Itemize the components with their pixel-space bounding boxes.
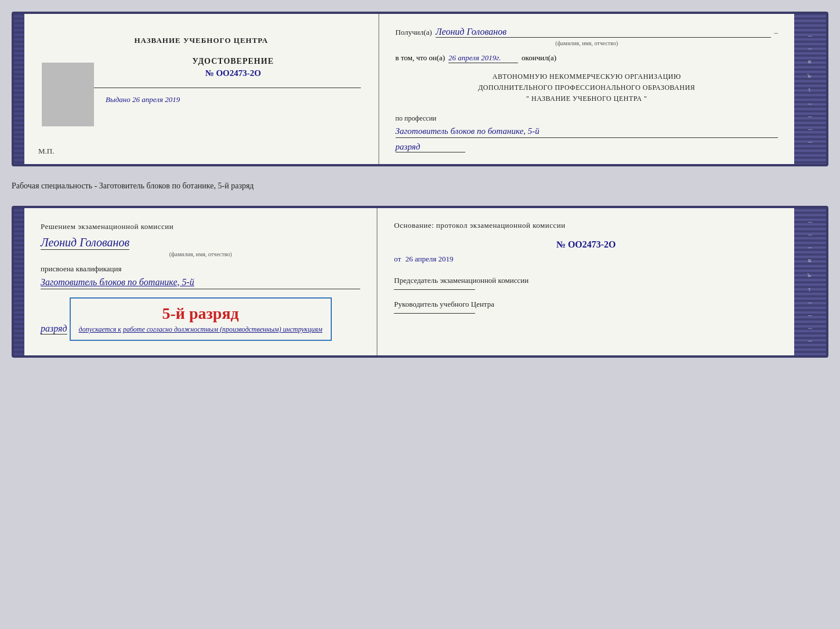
org-line2: ДОПОЛНИТЕЛЬНОГО ПРОФЕССИОНАЛЬНОГО ОБРАЗО… <box>396 82 778 93</box>
top-doc-spine <box>14 14 24 164</box>
head-label: Руководитель учебного Центра <box>394 299 778 310</box>
bedge-dash-7: – <box>808 336 812 346</box>
issued-label: Выдано <box>106 95 131 104</box>
razryad-line: разряд <box>396 141 778 152</box>
razryad-value: разряд <box>396 142 465 152</box>
cert-area: УДОСТОВЕРЕНИЕ № OO2473-2O Выдано 26 апре… <box>42 57 361 126</box>
from-date-line: от 26 апреля 2019 <box>394 254 778 264</box>
profession-label: по профессии <box>396 114 778 123</box>
edge-dash-1: – <box>808 31 812 41</box>
bottom-doc-right-panel: Основание: протокол экзаменационной коми… <box>378 208 794 355</box>
bedge-dash-2: – <box>808 230 812 239</box>
chairman-sig-line <box>394 289 475 290</box>
edge-dash-3: – <box>808 99 812 108</box>
razryad-bottom-value: разряд <box>41 323 67 335</box>
received-line: Получил(а) Леонид Голованов – <box>396 27 778 38</box>
org-line3: " НАЗВАНИЕ УЧЕБНОГО ЦЕНТРА " <box>396 93 778 104</box>
date-prefix: в том, что он(а) <box>396 53 446 63</box>
bedge-text-i: и <box>807 259 813 262</box>
decision-title: Решением экзаменационной комиссии <box>41 222 360 231</box>
stamp-rank-text: 5-й разряд <box>79 304 323 323</box>
bedge-dash-1: – <box>808 217 812 227</box>
stamp-prefix: допускается к <box>79 325 121 333</box>
edge-dash-4: – <box>808 112 812 121</box>
date-suffix: окончил(а) <box>522 53 556 63</box>
edge-dash-6: – <box>808 137 812 147</box>
bedge-text-a: ,а <box>807 273 813 277</box>
top-doc-right-panel: Получил(а) Леонид Голованов – (фамилия, … <box>379 14 794 164</box>
page-wrapper: НАЗВАНИЕ УЧЕБНОГО ЦЕНТРА УДОСТОВЕРЕНИЕ №… <box>12 12 828 358</box>
top-doc-left-panel: НАЗВАНИЕ УЧЕБНОГО ЦЕНТРА УДОСТОВЕРЕНИЕ №… <box>24 14 379 164</box>
bottom-doc-spine <box>14 208 24 355</box>
bedge-text-k: ‹- <box>807 288 813 292</box>
edge-text-k: ‹- <box>807 88 813 92</box>
bottom-doc-left-panel: Решением экзаменационной комиссии Леонид… <box>24 208 378 355</box>
edge-dash-5: – <box>808 125 812 134</box>
org-block: АВТОНОМНУЮ НЕКОММЕРЧЕСКУЮ ОРГАНИЗАЦИЮ ДО… <box>396 71 778 105</box>
chairman-block: Председатель экзаменационной комиссии <box>394 275 778 290</box>
basis-label: Основание: протокол экзаменационной коми… <box>394 221 778 230</box>
from-prefix: от <box>394 254 401 263</box>
stamp-italic: работе согласно должностным (производств… <box>123 325 323 333</box>
qual-value: Заготовитель блоков по ботанике, 5-й <box>41 276 360 289</box>
mp-label: М.П. <box>38 147 54 156</box>
photo-placeholder <box>42 63 94 126</box>
bedge-dash-6: – <box>808 323 812 333</box>
bedge-dash-3: – <box>808 243 812 252</box>
edge-text-i: и <box>807 60 813 63</box>
name-hint-top: (фамилия, имя, отчество) <box>396 40 778 46</box>
head-block: Руководитель учебного Центра <box>394 299 778 314</box>
bottom-doc-right-edge: – – – и ,а ‹- – – – – <box>794 208 826 355</box>
from-date-value: 26 апреля 2019 <box>405 254 454 263</box>
top-document-card: НАЗВАНИЕ УЧЕБНОГО ЦЕНТРА УДОСТОВЕРЕНИЕ №… <box>12 12 828 166</box>
name-hint-bottom: (фамилия, имя, отчество) <box>41 251 360 257</box>
bedge-dash-5: – <box>808 311 812 320</box>
head-sig-line <box>394 313 475 314</box>
chairman-label: Председатель экзаменационной комиссии <box>394 275 778 286</box>
stamp-allowed-text: допускается к работе согласно должностны… <box>79 325 323 334</box>
received-name: Леонид Голованов <box>436 27 771 38</box>
bedge-dash-4: – <box>808 298 812 307</box>
edge-text-a: ,а <box>807 74 813 78</box>
received-dash: – <box>774 28 779 37</box>
date-value: 26 апреля 2019г. <box>448 53 518 63</box>
person-name-large: Леонид Голованов <box>41 236 129 250</box>
issued-date: 26 апреля 2019 <box>132 95 180 104</box>
separator-text: Рабочая специальность - Заготовитель бло… <box>12 177 828 195</box>
received-prefix: Получил(а) <box>396 28 432 37</box>
org-line1: АВТОНОМНУЮ НЕКОММЕРЧЕСКУЮ ОРГАНИЗАЦИЮ <box>396 71 778 82</box>
profession-value: Заготовитель блоков по ботанике, 5-й <box>396 125 778 138</box>
protocol-number: № OO2473-2O <box>394 239 778 250</box>
top-left-center-title: НАЗВАНИЕ УЧЕБНОГО ЦЕНТРА <box>42 36 361 45</box>
bottom-document-card: Решением экзаменационной комиссии Леонид… <box>12 206 828 358</box>
stamp-box: 5-й разряд допускается к работе согласно… <box>70 297 332 341</box>
date-line: в том, что он(а) 26 апреля 2019г. окончи… <box>396 53 778 63</box>
top-doc-right-edge: – – и ,а ‹- – – – – <box>794 14 826 164</box>
assigned-label: присвоена квалификация <box>41 264 360 274</box>
edge-dash-2: – <box>808 44 812 53</box>
